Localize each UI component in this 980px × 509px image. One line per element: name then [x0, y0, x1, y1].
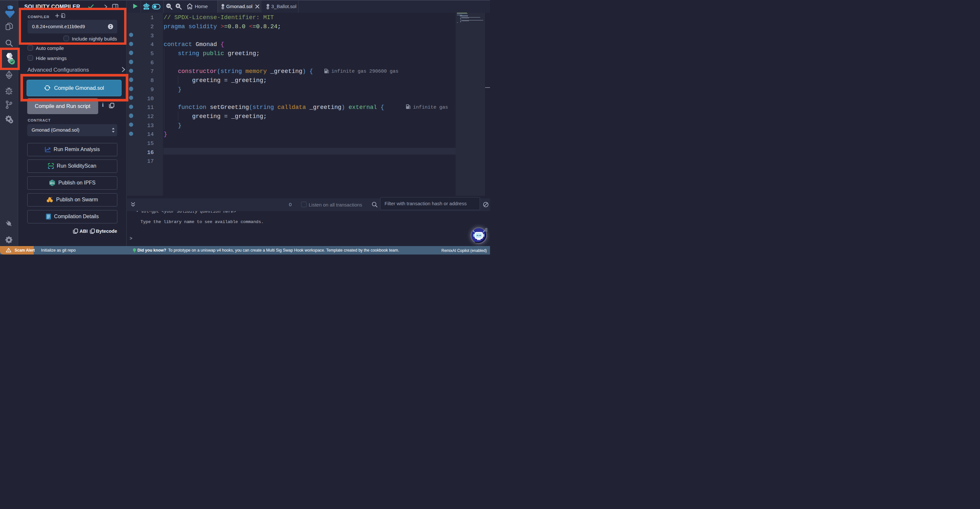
svg-text:IPFS: IPFS: [50, 182, 54, 184]
